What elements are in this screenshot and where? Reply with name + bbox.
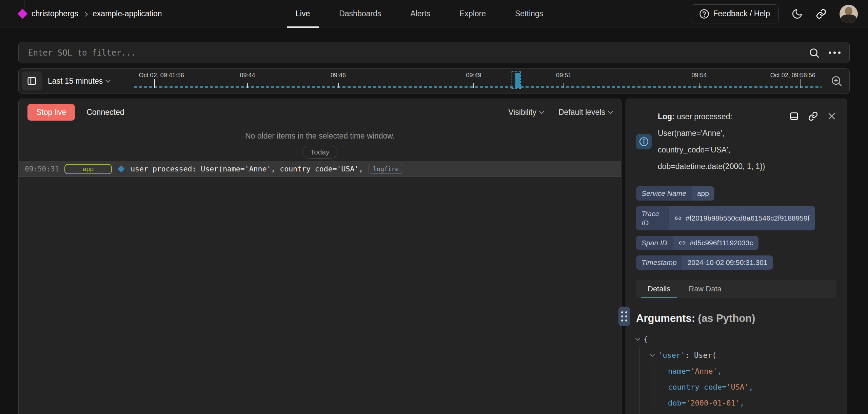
close-icon (827, 111, 836, 121)
visibility-dropdown[interactable]: Visibility (508, 108, 544, 117)
share-link-button[interactable] (816, 8, 827, 19)
detail-header: Log: user processed: User(name='Anne', c… (636, 108, 836, 175)
ellipsis-icon (829, 51, 841, 54)
attribute-badge-trace-id: Trace ID #f2019b98b550cd8a61546c2f918895… (636, 206, 815, 230)
time-range-dropdown[interactable]: Last 15 minutes (48, 77, 119, 86)
attribute-value[interactable]: #d5c996f11192033c (673, 236, 758, 250)
detail-panel: Log: user processed: User(name='Anne', c… (626, 99, 847, 414)
code-user-sep: : (685, 347, 694, 363)
sql-filter-input[interactable] (19, 48, 808, 58)
grip-dot (621, 311, 623, 313)
main-nav: Live Dashboards Alerts Explore Settings (287, 0, 552, 27)
stop-live-button[interactable]: Stop live (27, 104, 75, 121)
zoom-in-button[interactable] (830, 75, 843, 87)
live-panel: Stop live Connected Visibility Default l… (18, 99, 622, 414)
feedback-help-button[interactable]: Feedback / Help (691, 4, 778, 23)
filter-menu-button[interactable] (829, 51, 841, 54)
code-user-key: 'user' (658, 347, 685, 363)
timeline-tick (473, 83, 474, 88)
today-button[interactable]: Today (302, 146, 337, 159)
sql-filter-bar (18, 42, 850, 63)
tab-raw-data[interactable]: Raw Data (682, 280, 728, 298)
code-arg-name: country_code= (668, 379, 726, 395)
tab-details[interactable]: Details (641, 280, 677, 298)
code-arg-value: 'Anne' (690, 363, 717, 379)
attribute-label: Span ID (636, 236, 673, 250)
timeline-tick (564, 83, 564, 88)
timeline-tick-label: Oct 02, 09:56:56 (770, 72, 815, 79)
link-icon (816, 8, 827, 19)
timeline-tick-label: Oct 02, 09:41:56 (139, 72, 184, 79)
tab-dashboards[interactable]: Dashboards (330, 0, 390, 27)
search-icon (808, 47, 820, 59)
chevron-down-icon (539, 109, 545, 114)
empty-notice: No older items in the selected time wind… (19, 126, 621, 159)
panel-resize-handle[interactable] (618, 307, 630, 326)
info-level-chip (636, 134, 652, 149)
code-arg-value: 'USA' (726, 379, 749, 395)
attribute-badge-service-name: Service Name app (636, 186, 714, 201)
copy-link-button[interactable] (808, 111, 818, 121)
collapse-caret-icon[interactable] (635, 336, 640, 340)
timeline-track[interactable]: Oct 02, 09:41:56 09:44 09:46 09:49 09:51… (134, 69, 822, 93)
tab-live[interactable]: Live (287, 0, 319, 27)
link-icon (678, 239, 686, 247)
timeline-tick-label: 09:46 (331, 72, 346, 79)
link-icon (808, 111, 818, 121)
logfire-badge: logfire (369, 164, 403, 174)
detail-actions (789, 111, 836, 121)
dock-panel-button[interactable] (789, 111, 799, 121)
code-user-call: User( (694, 347, 716, 363)
code-arg-line: dob='2000-01-01', (668, 395, 836, 411)
trace-id-value: #f2019b98b550cd8a61546c2f9188959f (686, 214, 810, 222)
attribute-value[interactable]: #f2019b98b550cd8a61546c2f9188959f (669, 206, 815, 230)
attribute-label: Trace ID (636, 206, 669, 230)
code-close-call: ), (651, 411, 660, 414)
tab-alerts[interactable]: Alerts (401, 0, 439, 27)
detail-tabs: Details Raw Data (636, 280, 836, 298)
empty-notice-text: No older items in the selected time wind… (19, 131, 621, 141)
log-message: user processed: User(name='Anne', countr… (131, 165, 363, 173)
span-id-value: #d5c996f11192033c (690, 239, 753, 247)
detail-title: Log: user processed: User(name='Anne', c… (658, 108, 775, 175)
close-panel-button[interactable] (827, 111, 836, 121)
default-levels-dropdown[interactable]: Default levels (558, 108, 612, 117)
default-levels-label: Default levels (558, 108, 605, 117)
sidebar-toggle-button[interactable] (22, 71, 42, 90)
attribute-label: Timestamp (636, 255, 682, 270)
tab-settings[interactable]: Settings (506, 0, 552, 27)
search-button[interactable] (808, 47, 820, 59)
code-comma: , (717, 363, 722, 379)
timeline-activity-dashes (134, 86, 822, 88)
zoom-in-icon (830, 75, 843, 87)
timeline-tick-label: 09:51 (556, 72, 571, 79)
timeline-tick (154, 79, 155, 88)
timeline-tick-label: 09:54 (692, 72, 707, 79)
service-badge: app (64, 164, 112, 174)
code-comma: , (740, 395, 744, 411)
breadcrumb-project[interactable]: example-application (93, 9, 162, 18)
moon-icon (791, 8, 803, 20)
breadcrumb-org[interactable]: christophergs (32, 9, 78, 18)
info-icon (639, 137, 649, 147)
collapse-caret-icon[interactable] (650, 352, 655, 356)
tab-explore[interactable]: Explore (451, 0, 495, 27)
log-row[interactable]: 09:50:31 app user processed: User(name='… (19, 161, 621, 177)
avatar[interactable] (840, 5, 858, 23)
code-arg-name: dob= (668, 395, 686, 411)
feedback-help-label: Feedback / Help (713, 9, 770, 18)
live-panel-header: Stop live Connected Visibility Default l… (19, 99, 621, 126)
theme-toggle-button[interactable] (791, 8, 803, 20)
code-arg-line: country_code='USA', (668, 379, 836, 395)
nav-right-controls: Feedback / Help (691, 0, 858, 27)
code-arg-line: name='Anne', (668, 363, 836, 379)
code-open-brace: { (644, 331, 648, 347)
time-range-label: Last 15 minutes (48, 77, 103, 86)
attribute-list: Service Name app Trace ID #f2019b98b550c… (636, 186, 836, 270)
chevron-down-icon (105, 77, 111, 83)
grip-dot (621, 315, 623, 317)
info-level-diamond-icon (118, 165, 125, 172)
panel-bottom-icon (789, 111, 799, 121)
attribute-badge-span-id: Span ID #d5c996f11192033c (636, 236, 758, 250)
detail-title-prefix: Log: (658, 112, 675, 121)
